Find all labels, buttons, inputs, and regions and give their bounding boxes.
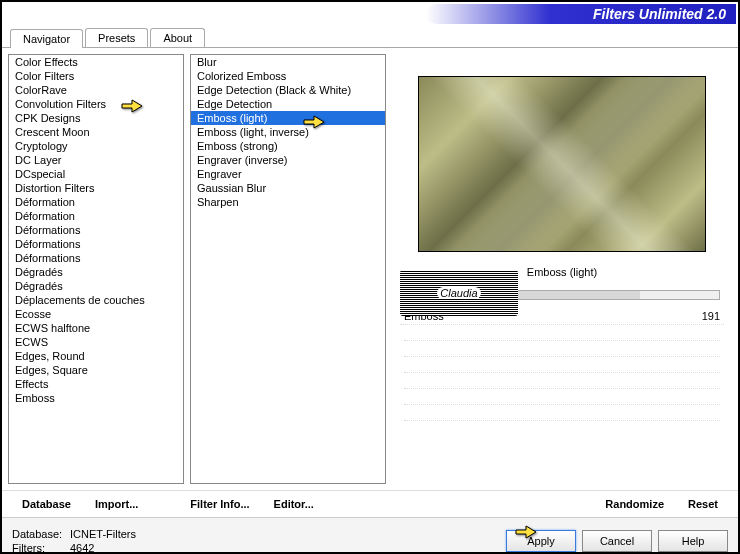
- apply-button[interactable]: Apply: [506, 530, 576, 552]
- category-item[interactable]: Distortion Filters: [9, 181, 183, 195]
- db-value: ICNET-Filters: [70, 528, 136, 540]
- filter-item[interactable]: Engraver (inverse): [191, 153, 385, 167]
- filter-item[interactable]: Edge Detection (Black & White): [191, 83, 385, 97]
- category-item[interactable]: Déformation: [9, 195, 183, 209]
- blank-row: [404, 341, 720, 357]
- filter-item[interactable]: Colorized Emboss: [191, 69, 385, 83]
- category-item[interactable]: Color Filters: [9, 69, 183, 83]
- tab-about[interactable]: About: [150, 28, 205, 47]
- blank-row: [404, 389, 720, 405]
- category-item[interactable]: DCspecial: [9, 167, 183, 181]
- tabs-row: Navigator Presets About: [2, 28, 738, 48]
- filters-label: Filters:: [12, 541, 70, 555]
- category-item[interactable]: Déplacements de couches: [9, 293, 183, 307]
- category-list[interactable]: Color EffectsColor FiltersColorRaveConvo…: [8, 54, 184, 484]
- import-button[interactable]: Import...: [85, 495, 148, 513]
- filter-item[interactable]: Blur: [191, 55, 385, 69]
- randomize-button[interactable]: Randomize: [595, 495, 674, 513]
- category-item[interactable]: Dégradés: [9, 265, 183, 279]
- category-item[interactable]: Ecosse: [9, 307, 183, 321]
- tab-presets[interactable]: Presets: [85, 28, 148, 47]
- reset-button[interactable]: Reset: [678, 495, 728, 513]
- filters-value: 4642: [70, 542, 94, 554]
- filter-item[interactable]: Gaussian Blur: [191, 181, 385, 195]
- filter-info-button[interactable]: Filter Info...: [180, 495, 259, 513]
- category-item[interactable]: Edges, Round: [9, 349, 183, 363]
- main-area: Color EffectsColor FiltersColorRaveConvo…: [2, 48, 738, 490]
- category-item[interactable]: Déformations: [9, 223, 183, 237]
- category-item[interactable]: Color Effects: [9, 55, 183, 69]
- blank-row: [404, 373, 720, 389]
- category-item[interactable]: Déformation: [9, 209, 183, 223]
- toolbar: Database Import... Filter Info... Editor…: [2, 490, 738, 517]
- category-item[interactable]: Déformations: [9, 237, 183, 251]
- category-item[interactable]: ECWS: [9, 335, 183, 349]
- category-item[interactable]: Effects: [9, 377, 183, 391]
- category-item[interactable]: CPK Designs: [9, 111, 183, 125]
- filter-item[interactable]: Engraver: [191, 167, 385, 181]
- database-button[interactable]: Database: [12, 495, 81, 513]
- category-item[interactable]: DC Layer: [9, 153, 183, 167]
- footer-buttons: Apply Cancel Help: [506, 530, 728, 552]
- filter-item[interactable]: Edge Detection: [191, 97, 385, 111]
- category-item[interactable]: Cryptology: [9, 139, 183, 153]
- category-item[interactable]: Convolution Filters: [9, 97, 183, 111]
- footer: Database:ICNET-Filters Filters:4642 Appl…: [2, 517, 738, 554]
- category-item[interactable]: Edges, Square: [9, 363, 183, 377]
- filter-item[interactable]: Emboss (light): [191, 111, 385, 125]
- category-item[interactable]: Dégradés: [9, 279, 183, 293]
- db-label: Database:: [12, 527, 70, 541]
- preview-image: [418, 76, 706, 252]
- dialog-header: Filters Unlimited 2.0: [2, 2, 738, 24]
- param-value: 191: [702, 310, 720, 322]
- tab-navigator[interactable]: Navigator: [10, 29, 83, 48]
- blank-row: [404, 405, 720, 421]
- cancel-button[interactable]: Cancel: [582, 530, 652, 552]
- category-item[interactable]: Emboss: [9, 391, 183, 405]
- filter-item[interactable]: Emboss (strong): [191, 139, 385, 153]
- watermark: Claudia: [400, 270, 518, 316]
- category-item[interactable]: Crescent Moon: [9, 125, 183, 139]
- category-item[interactable]: ECWS halftone: [9, 321, 183, 335]
- filter-item[interactable]: Sharpen: [191, 195, 385, 209]
- help-button[interactable]: Help: [658, 530, 728, 552]
- footer-info: Database:ICNET-Filters Filters:4642: [12, 527, 136, 555]
- category-item[interactable]: Déformations: [9, 251, 183, 265]
- editor-button[interactable]: Editor...: [264, 495, 324, 513]
- filter-list[interactable]: BlurColorized EmbossEdge Detection (Blac…: [190, 54, 386, 484]
- blank-row: [404, 325, 720, 341]
- app-title: Filters Unlimited 2.0: [426, 4, 736, 24]
- blank-row: [404, 357, 720, 373]
- category-item[interactable]: ColorRave: [9, 83, 183, 97]
- filter-item[interactable]: Emboss (light, inverse): [191, 125, 385, 139]
- preview-panel: Emboss (light) Emboss 191: [392, 54, 732, 484]
